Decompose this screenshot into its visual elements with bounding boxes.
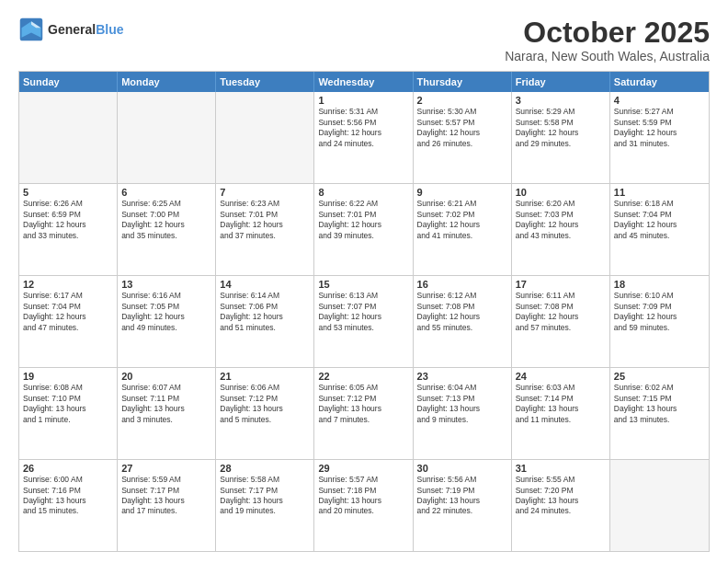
calendar-cell: 26Sunrise: 6:00 AMSunset: 7:16 PMDayligh… (19, 460, 118, 551)
day-number: 21 (220, 371, 310, 382)
calendar-cell (610, 460, 709, 551)
cell-text: Sunrise: 5:59 AMSunset: 7:17 PMDaylight:… (121, 475, 211, 517)
day-number: 2 (417, 95, 507, 106)
calendar-cell: 14Sunrise: 6:14 AMSunset: 7:06 PMDayligh… (216, 276, 314, 367)
day-number: 23 (417, 371, 507, 382)
calendar-row: 26Sunrise: 6:00 AMSunset: 7:16 PMDayligh… (19, 460, 709, 551)
calendar-cell: 19Sunrise: 6:08 AMSunset: 7:10 PMDayligh… (19, 368, 118, 459)
day-number: 26 (23, 463, 113, 474)
calendar-cell: 22Sunrise: 6:05 AMSunset: 7:12 PMDayligh… (314, 368, 413, 459)
cell-text: Sunrise: 5:57 AMSunset: 7:18 PMDaylight:… (318, 475, 408, 517)
day-number: 27 (121, 463, 211, 474)
day-number: 30 (417, 463, 507, 474)
day-number: 25 (614, 371, 705, 382)
cell-text: Sunrise: 6:12 AMSunset: 7:08 PMDaylight:… (417, 291, 507, 333)
weekday-header: Friday (512, 72, 610, 92)
calendar-cell: 18Sunrise: 6:10 AMSunset: 7:09 PMDayligh… (610, 276, 709, 367)
title-block: October 2025 Narara, New South Wales, Au… (505, 17, 710, 63)
day-number: 29 (318, 463, 408, 474)
cell-text: Sunrise: 5:29 AMSunset: 5:58 PMDaylight:… (516, 107, 606, 149)
weekday-header: Sunday (19, 72, 118, 92)
cell-text: Sunrise: 6:03 AMSunset: 7:14 PMDaylight:… (516, 383, 606, 425)
day-number: 31 (516, 463, 606, 474)
calendar-page: GeneralBlue October 2025 Narara, New Sou… (0, 0, 728, 563)
calendar-cell: 23Sunrise: 6:04 AMSunset: 7:13 PMDayligh… (414, 368, 512, 459)
logo: GeneralBlue (18, 17, 123, 42)
calendar-cell: 30Sunrise: 5:56 AMSunset: 7:19 PMDayligh… (414, 460, 512, 551)
day-number: 9 (417, 187, 507, 198)
cell-text: Sunrise: 5:27 AMSunset: 5:59 PMDaylight:… (614, 107, 705, 149)
calendar-body: 1Sunrise: 5:31 AMSunset: 5:56 PMDaylight… (19, 92, 709, 551)
calendar-cell: 15Sunrise: 6:13 AMSunset: 7:07 PMDayligh… (314, 276, 413, 367)
calendar: SundayMondayTuesdayWednesdayThursdayFrid… (18, 71, 710, 552)
cell-text: Sunrise: 6:14 AMSunset: 7:06 PMDaylight:… (220, 291, 310, 333)
cell-text: Sunrise: 6:23 AMSunset: 7:01 PMDaylight:… (220, 199, 310, 241)
cell-text: Sunrise: 5:30 AMSunset: 5:57 PMDaylight:… (417, 107, 507, 149)
day-number: 24 (516, 371, 606, 382)
day-number: 12 (23, 279, 113, 290)
cell-text: Sunrise: 6:05 AMSunset: 7:12 PMDaylight:… (318, 383, 408, 425)
day-number: 14 (220, 279, 310, 290)
logo-text: GeneralBlue (48, 22, 123, 37)
cell-text: Sunrise: 6:06 AMSunset: 7:12 PMDaylight:… (220, 383, 310, 425)
calendar-cell: 1Sunrise: 5:31 AMSunset: 5:56 PMDaylight… (314, 92, 413, 183)
calendar-cell (216, 92, 314, 183)
day-number: 20 (121, 371, 211, 382)
logo-icon (18, 17, 44, 42)
day-number: 10 (516, 187, 606, 198)
day-number: 15 (318, 279, 408, 290)
calendar-cell: 4Sunrise: 5:27 AMSunset: 5:59 PMDaylight… (610, 92, 709, 183)
cell-text: Sunrise: 6:00 AMSunset: 7:16 PMDaylight:… (23, 475, 113, 517)
location-title: Narara, New South Wales, Australia (505, 49, 710, 63)
calendar-row: 1Sunrise: 5:31 AMSunset: 5:56 PMDaylight… (19, 92, 709, 184)
calendar-cell: 25Sunrise: 6:02 AMSunset: 7:15 PMDayligh… (610, 368, 709, 459)
calendar-cell: 10Sunrise: 6:20 AMSunset: 7:03 PMDayligh… (512, 184, 610, 275)
calendar-row: 5Sunrise: 6:26 AMSunset: 6:59 PMDaylight… (19, 184, 709, 276)
day-number: 19 (23, 371, 113, 382)
calendar-header: SundayMondayTuesdayWednesdayThursdayFrid… (19, 72, 709, 92)
calendar-cell: 16Sunrise: 6:12 AMSunset: 7:08 PMDayligh… (414, 276, 512, 367)
header: GeneralBlue October 2025 Narara, New Sou… (18, 17, 710, 63)
day-number: 8 (318, 187, 408, 198)
weekday-header: Tuesday (216, 72, 314, 92)
weekday-header: Monday (118, 72, 216, 92)
day-number: 7 (220, 187, 310, 198)
calendar-cell: 3Sunrise: 5:29 AMSunset: 5:58 PMDaylight… (512, 92, 610, 183)
calendar-cell: 13Sunrise: 6:16 AMSunset: 7:05 PMDayligh… (118, 276, 216, 367)
calendar-cell: 11Sunrise: 6:18 AMSunset: 7:04 PMDayligh… (610, 184, 709, 275)
calendar-cell: 17Sunrise: 6:11 AMSunset: 7:08 PMDayligh… (512, 276, 610, 367)
calendar-cell: 29Sunrise: 5:57 AMSunset: 7:18 PMDayligh… (314, 460, 413, 551)
day-number: 4 (614, 95, 705, 106)
calendar-cell: 7Sunrise: 6:23 AMSunset: 7:01 PMDaylight… (216, 184, 314, 275)
cell-text: Sunrise: 6:11 AMSunset: 7:08 PMDaylight:… (516, 291, 606, 333)
calendar-cell: 24Sunrise: 6:03 AMSunset: 7:14 PMDayligh… (512, 368, 610, 459)
cell-text: Sunrise: 6:04 AMSunset: 7:13 PMDaylight:… (417, 383, 507, 425)
calendar-cell: 5Sunrise: 6:26 AMSunset: 6:59 PMDaylight… (19, 184, 118, 275)
weekday-header: Saturday (610, 72, 709, 92)
cell-text: Sunrise: 6:02 AMSunset: 7:15 PMDaylight:… (614, 383, 705, 425)
logo-blue: Blue (96, 22, 123, 37)
cell-text: Sunrise: 6:13 AMSunset: 7:07 PMDaylight:… (318, 291, 408, 333)
cell-text: Sunrise: 5:31 AMSunset: 5:56 PMDaylight:… (318, 107, 408, 149)
day-number: 17 (516, 279, 606, 290)
day-number: 13 (121, 279, 211, 290)
cell-text: Sunrise: 5:55 AMSunset: 7:20 PMDaylight:… (516, 475, 606, 517)
day-number: 28 (220, 463, 310, 474)
day-number: 5 (23, 187, 113, 198)
weekday-header: Thursday (414, 72, 512, 92)
cell-text: Sunrise: 6:20 AMSunset: 7:03 PMDaylight:… (516, 199, 606, 241)
month-title: October 2025 (505, 17, 710, 49)
cell-text: Sunrise: 6:18 AMSunset: 7:04 PMDaylight:… (614, 199, 705, 241)
calendar-cell (19, 92, 118, 183)
cell-text: Sunrise: 6:22 AMSunset: 7:01 PMDaylight:… (318, 199, 408, 241)
day-number: 3 (516, 95, 606, 106)
calendar-cell: 8Sunrise: 6:22 AMSunset: 7:01 PMDaylight… (314, 184, 413, 275)
cell-text: Sunrise: 6:21 AMSunset: 7:02 PMDaylight:… (417, 199, 507, 241)
calendar-cell: 6Sunrise: 6:25 AMSunset: 7:00 PMDaylight… (118, 184, 216, 275)
calendar-cell: 12Sunrise: 6:17 AMSunset: 7:04 PMDayligh… (19, 276, 118, 367)
calendar-cell: 20Sunrise: 6:07 AMSunset: 7:11 PMDayligh… (118, 368, 216, 459)
day-number: 6 (121, 187, 211, 198)
cell-text: Sunrise: 6:10 AMSunset: 7:09 PMDaylight:… (614, 291, 705, 333)
calendar-cell: 28Sunrise: 5:58 AMSunset: 7:17 PMDayligh… (216, 460, 314, 551)
calendar-cell: 31Sunrise: 5:55 AMSunset: 7:20 PMDayligh… (512, 460, 610, 551)
